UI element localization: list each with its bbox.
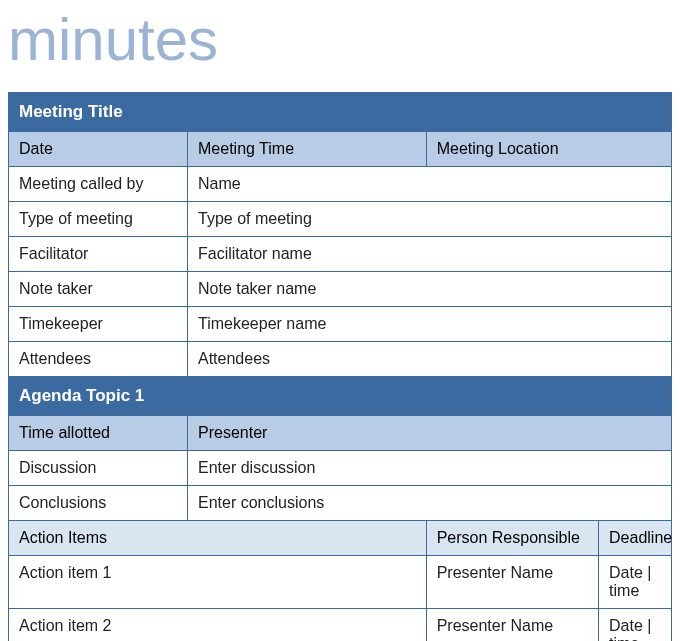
- meeting-row-value: Note taker name: [188, 272, 672, 307]
- agenda-meta-row: Time allotted Presenter: [9, 416, 672, 451]
- meeting-row-label: Timekeeper: [9, 307, 188, 342]
- conclusions-value: Enter conclusions: [188, 486, 672, 521]
- person-responsible-header: Person Responsible: [426, 521, 598, 556]
- action-item-person: Presenter Name: [426, 609, 598, 642]
- location-header: Meeting Location: [426, 132, 671, 167]
- meeting-row: Meeting called by Name: [9, 167, 672, 202]
- minutes-table: Meeting Title Date Meeting Time Meeting …: [8, 92, 672, 641]
- meeting-row-value: Facilitator name: [188, 237, 672, 272]
- meeting-title-cell: Meeting Title: [9, 93, 672, 132]
- meeting-row-label: Meeting called by: [9, 167, 188, 202]
- action-item-deadline: Date | time: [599, 609, 672, 642]
- meeting-row: Attendees Attendees: [9, 342, 672, 377]
- discussion-label: Discussion: [9, 451, 188, 486]
- meeting-row-label: Type of meeting: [9, 202, 188, 237]
- meeting-row-value: Type of meeting: [188, 202, 672, 237]
- agenda-title-cell: Agenda Topic 1: [9, 377, 672, 416]
- time-header: Meeting Time: [188, 132, 427, 167]
- meeting-row-label: Attendees: [9, 342, 188, 377]
- meeting-row-value: Name: [188, 167, 672, 202]
- meeting-row: Note taker Note taker name: [9, 272, 672, 307]
- meeting-header-row: Date Meeting Time Meeting Location: [9, 132, 672, 167]
- action-header-row: Action Items Person Responsible Deadline: [9, 521, 672, 556]
- date-header: Date: [9, 132, 188, 167]
- action-item-name: Action item 2: [9, 609, 427, 642]
- action-item-person: Presenter Name: [426, 556, 598, 609]
- action-item-deadline: Date | time: [599, 556, 672, 609]
- meeting-row-label: Note taker: [9, 272, 188, 307]
- action-item-name: Action item 1: [9, 556, 427, 609]
- meeting-row-value: Attendees: [188, 342, 672, 377]
- discussion-row: Discussion Enter discussion: [9, 451, 672, 486]
- meeting-row: Type of meeting Type of meeting: [9, 202, 672, 237]
- meeting-row-value: Timekeeper name: [188, 307, 672, 342]
- conclusions-row: Conclusions Enter conclusions: [9, 486, 672, 521]
- action-items-header: Action Items: [9, 521, 427, 556]
- discussion-value: Enter discussion: [188, 451, 672, 486]
- agenda-title-row: Agenda Topic 1: [9, 377, 672, 416]
- document-title: minutes: [8, 10, 672, 70]
- meeting-row: Facilitator Facilitator name: [9, 237, 672, 272]
- deadline-header: Deadline: [599, 521, 672, 556]
- meeting-row-label: Facilitator: [9, 237, 188, 272]
- presenter-cell: Presenter: [188, 416, 672, 451]
- meeting-title-row: Meeting Title: [9, 93, 672, 132]
- action-item-row: Action item 2 Presenter Name Date | time: [9, 609, 672, 642]
- conclusions-label: Conclusions: [9, 486, 188, 521]
- action-item-row: Action item 1 Presenter Name Date | time: [9, 556, 672, 609]
- time-allotted-cell: Time allotted: [9, 416, 188, 451]
- meeting-row: Timekeeper Timekeeper name: [9, 307, 672, 342]
